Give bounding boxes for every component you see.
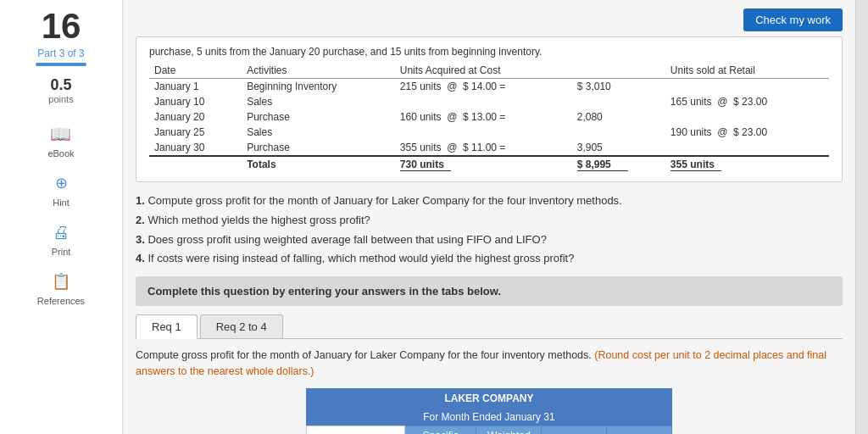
cell-activity: Totals xyxy=(242,156,395,173)
cell-units-acquired xyxy=(395,125,572,140)
cell-units-sold: 355 units xyxy=(665,156,829,173)
tab-req1[interactable]: Req 1 xyxy=(136,314,198,339)
print-icon: 🖨 xyxy=(48,220,74,245)
part-progress-fill xyxy=(36,63,86,66)
cell-activity: Sales xyxy=(242,94,395,109)
print-label: Print xyxy=(52,247,71,257)
cell-units-acquired: 355 units @ $ 11.00 = xyxy=(395,140,572,156)
col-lifo: LIFO xyxy=(607,426,672,434)
cell-units-sold xyxy=(665,109,829,125)
cell-units-acquired: 730 units xyxy=(395,156,572,173)
laker-table-wrap: LAKER COMPANY For Month Ended January 31… xyxy=(136,388,843,434)
inventory-intro: purchase, 5 units from the January 20 pu… xyxy=(149,46,829,58)
cell-activity: Sales xyxy=(242,125,395,140)
cell-date: January 1 xyxy=(149,79,242,95)
tab-req2to4[interactable]: Req 2 to 4 xyxy=(200,314,283,338)
laker-company-table: LAKER COMPANY For Month Ended January 31… xyxy=(306,388,673,434)
cell-units-acquired: 215 units @ $ 14.00 = xyxy=(395,79,572,95)
inventory-table: Date Activities Units Acquired at Cost U… xyxy=(149,63,829,173)
tab-bar: Req 1 Req 2 to 4 xyxy=(136,314,843,339)
cell-cost: 2,080 xyxy=(572,109,665,125)
ebook-label: eBook xyxy=(47,148,74,159)
col-date: Date xyxy=(149,63,242,79)
sidebar-item-print[interactable]: 🖨 Print xyxy=(48,220,74,257)
instruction-main: Compute gross profit for the month of Ja… xyxy=(136,349,594,361)
col-units-sold: Units sold at Retail xyxy=(665,63,829,79)
cell-cost: $ 8,995 xyxy=(572,156,665,173)
cell-activity: Purchase xyxy=(242,140,395,156)
cell-activity: Beginning Inventory xyxy=(242,79,395,95)
period-header: For Month Ended January 31 xyxy=(306,409,672,426)
empty-col-header xyxy=(306,426,404,434)
cell-units-sold: 165 units @ $ 23.00 xyxy=(665,94,829,109)
points-value: 0.5 xyxy=(50,76,71,94)
cell-date: January 20 xyxy=(149,109,242,125)
table-row: January 20 Purchase 160 units @ $ 13.00 … xyxy=(149,109,829,125)
cell-units-sold xyxy=(665,140,829,156)
main-content: Check my work purchase, 5 units from the… xyxy=(123,0,855,434)
cell-date xyxy=(149,156,242,173)
question-2: 2. Which method yields the highest gross… xyxy=(136,212,843,230)
cell-date: January 30 xyxy=(149,140,242,156)
col-specific-id: SpecificIdentification xyxy=(404,426,476,434)
scrollbar[interactable] xyxy=(855,0,868,434)
question-3: 3. Does gross profit using weighted aver… xyxy=(136,231,843,249)
cell-activity: Purchase xyxy=(242,109,395,125)
complete-box: Complete this question by entering your … xyxy=(136,276,843,306)
hint-label: Hint xyxy=(53,198,70,208)
table-row: January 1 Beginning Inventory 215 units … xyxy=(149,79,829,95)
cell-cost: $ 3,010 xyxy=(572,79,665,95)
table-row: January 30 Purchase 355 units @ $ 11.00 … xyxy=(149,140,829,156)
sidebar-item-references[interactable]: 📋 References xyxy=(37,269,85,306)
cell-cost xyxy=(572,94,665,109)
table-row: January 25 Sales 190 units @ $ 23.00 xyxy=(149,125,829,140)
questions-section: 1. Compute gross profit for the month of… xyxy=(136,192,843,268)
problem-number: 16 xyxy=(42,8,81,44)
hint-icon: ⊕ xyxy=(48,170,74,196)
sidebar-item-ebook[interactable]: 📖 eBook xyxy=(47,121,74,159)
part-label: Part 3 of 3 xyxy=(37,47,84,59)
inventory-card: purchase, 5 units from the January 20 pu… xyxy=(136,36,843,182)
references-icon: 📋 xyxy=(48,269,74,294)
cell-units-sold xyxy=(665,79,829,95)
part-progress-bar xyxy=(36,63,86,66)
cell-cost xyxy=(572,125,665,140)
question-4: 4. If costs were rising instead of falli… xyxy=(136,250,843,268)
col-fifo: FIFO xyxy=(542,426,607,434)
company-header: LAKER COMPANY xyxy=(306,388,672,409)
cell-units-sold: 190 units @ $ 23.00 xyxy=(665,125,829,140)
cell-date: January 10 xyxy=(149,94,242,109)
top-bar: Check my work xyxy=(136,8,843,31)
col-weighted-avg: WeightedAverage xyxy=(476,426,542,434)
col-units-acquired: Units Acquired at Cost xyxy=(395,63,665,79)
sidebar-item-hint[interactable]: ⊕ Hint xyxy=(48,170,74,208)
cell-units-acquired xyxy=(395,94,572,109)
instruction-text: Compute gross profit for the month of Ja… xyxy=(136,348,843,380)
table-row: January 10 Sales 165 units @ $ 23.00 xyxy=(149,94,829,109)
table-row-total: Totals 730 units $ 8,995 355 units xyxy=(149,156,829,173)
ebook-icon: 📖 xyxy=(48,121,74,147)
question-1: 1. Compute gross profit for the month of… xyxy=(136,192,843,210)
check-my-work-button[interactable]: Check my work xyxy=(743,8,843,31)
sidebar: 16 Part 3 of 3 0.5 points 📖 eBook ⊕ Hint… xyxy=(0,0,123,434)
points-label: points xyxy=(48,94,73,104)
cell-cost: 3,905 xyxy=(572,140,665,156)
references-label: References xyxy=(37,296,85,306)
col-activities: Activities xyxy=(242,63,395,79)
cell-date: January 25 xyxy=(149,125,242,140)
cell-units-acquired: 160 units @ $ 13.00 = xyxy=(395,109,572,125)
